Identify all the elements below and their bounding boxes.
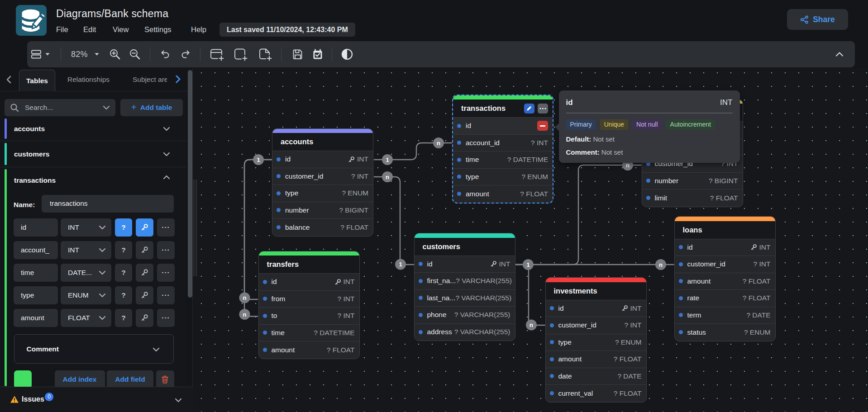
svg-text:1: 1 xyxy=(399,261,402,268)
svg-text:n: n xyxy=(243,294,247,301)
svg-text:1: 1 xyxy=(386,156,389,163)
svg-text:n: n xyxy=(529,322,533,328)
svg-text:1: 1 xyxy=(526,261,529,268)
svg-text:1: 1 xyxy=(257,156,260,163)
svg-text:n: n xyxy=(243,311,247,318)
svg-text:n: n xyxy=(659,261,663,268)
svg-text:n: n xyxy=(437,140,440,147)
svg-text:n: n xyxy=(386,174,389,180)
